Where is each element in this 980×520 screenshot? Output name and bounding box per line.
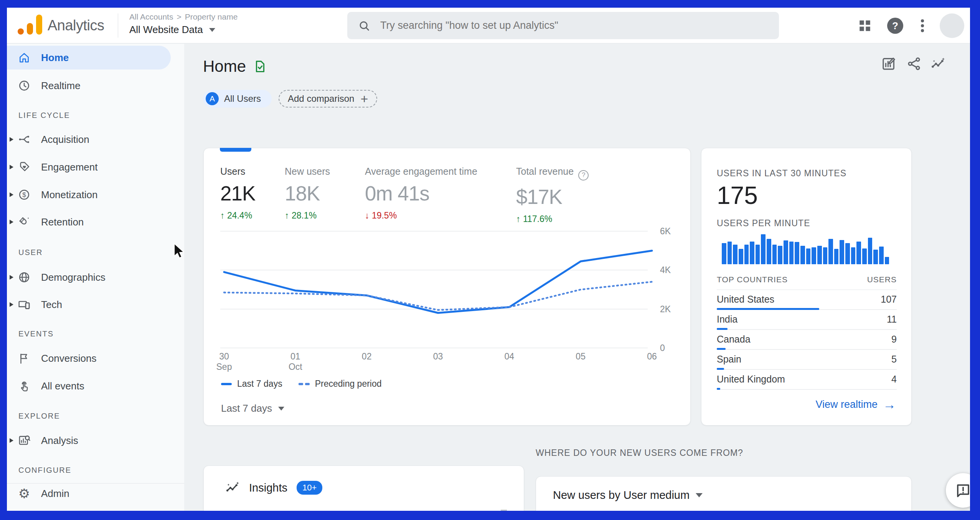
breadcrumb[interactable]: All Accounts > Property name <box>129 12 238 22</box>
scrollbar-thumb[interactable] <box>501 510 507 511</box>
top-app-bar: Analytics All Accounts > Property name A… <box>7 8 970 43</box>
metric-total-revenue[interactable]: Total revenue?$17K↑ 117.6% <box>516 166 589 224</box>
breadcrumb-account[interactable]: All Accounts <box>129 12 173 22</box>
minute-bar <box>879 247 884 264</box>
svg-text:Oct: Oct <box>289 362 302 372</box>
country-row-spain[interactable]: Spain5 <box>717 350 897 370</box>
add-comparison-button[interactable]: Add comparison + <box>279 90 377 108</box>
country-row-united-kingdom[interactable]: United Kingdom4 <box>717 370 897 390</box>
home-icon <box>18 51 31 64</box>
minute-bar <box>767 239 771 264</box>
sidebar-item-acquisition[interactable]: Acquisition <box>7 128 179 151</box>
country-row-united-states[interactable]: United States107 <box>717 290 897 310</box>
customize-report-icon[interactable] <box>881 56 896 71</box>
sidebar-section-events: EVENTS <box>18 330 54 338</box>
country-bar <box>717 388 720 390</box>
minute-bar <box>823 247 828 264</box>
search-input[interactable] <box>380 20 745 31</box>
svg-text:04: 04 <box>505 351 515 361</box>
metric-new-users[interactable]: New users18K↑ 28.1% <box>285 166 330 221</box>
sidebar-item-label: Tech <box>41 299 62 311</box>
minute-bar <box>885 257 889 264</box>
acquisition-icon <box>18 133 31 146</box>
metric-value: 0m 41s <box>365 182 477 205</box>
new-users-dimension-selector[interactable]: New users by User medium <box>553 489 703 502</box>
realtime-title: USERS IN LAST 30 MINUTES <box>717 168 846 179</box>
minute-bar <box>812 247 816 264</box>
svg-text:01: 01 <box>290 351 300 361</box>
country-row-india[interactable]: India11 <box>717 310 897 330</box>
breadcrumb-separator: > <box>177 12 181 22</box>
apps-grid-icon[interactable] <box>856 17 873 34</box>
expand-arrow-icon[interactable] <box>10 165 13 169</box>
country-users: 9 <box>891 334 897 345</box>
expand-arrow-icon[interactable] <box>10 302 13 307</box>
analytics-logo-icon[interactable] <box>18 14 43 37</box>
sidebar-item-engagement[interactable]: Engagement <box>7 155 179 179</box>
property-selector-label: All Website Data <box>129 24 203 36</box>
gear-icon: ⚙ <box>18 487 31 500</box>
mouse-cursor <box>173 243 186 260</box>
svg-text:30: 30 <box>219 351 229 361</box>
sidebar-item-home[interactable]: Home <box>7 46 171 70</box>
sidebar-item-monetization[interactable]: $Monetization <box>7 183 179 207</box>
feedback-chat-icon <box>955 482 970 498</box>
property-selector[interactable]: All Website Data <box>129 24 215 36</box>
legend-label: Last 7 days <box>237 379 282 389</box>
minute-bar <box>778 246 782 264</box>
minute-bar <box>851 247 856 264</box>
svg-text:Sep: Sep <box>216 362 232 372</box>
metric-delta: ↑ 28.1% <box>285 210 330 221</box>
expand-arrow-icon[interactable] <box>10 192 13 197</box>
share-icon[interactable] <box>906 56 922 71</box>
expand-arrow-icon[interactable] <box>10 275 13 280</box>
chevron-down-icon <box>278 407 284 411</box>
search-bar[interactable] <box>347 12 779 39</box>
minute-bar <box>795 242 799 264</box>
kebab-menu-icon[interactable] <box>914 17 931 34</box>
svg-text:6K: 6K <box>660 226 671 236</box>
expand-arrow-icon[interactable] <box>10 220 13 224</box>
expand-arrow-icon[interactable] <box>10 137 13 142</box>
sidebar-item-analysis[interactable]: Analysis <box>7 429 179 452</box>
all-users-chip[interactable]: A All Users <box>203 90 272 108</box>
minute-bar <box>828 239 833 264</box>
metric-delta: ↓ 19.5% <box>365 210 477 221</box>
tech-icon <box>18 298 31 311</box>
country-row-canada[interactable]: Canada9 <box>717 330 897 350</box>
view-realtime-link[interactable]: View realtime → <box>815 399 896 411</box>
realtime-card: USERS IN LAST 30 MINUTES 175 USERS PER M… <box>701 148 912 426</box>
insights-label: Insights <box>249 482 287 494</box>
metric-users[interactable]: Users21K↑ 24.4% <box>220 166 255 221</box>
feedback-button[interactable] <box>946 473 970 508</box>
solid-line-swatch <box>221 383 232 385</box>
avatar[interactable] <box>940 13 964 38</box>
sidebar-item-realtime[interactable]: Realtime <box>7 74 179 98</box>
sidebar-item-tech[interactable]: Tech <box>7 293 179 316</box>
users-per-minute-chart[interactable] <box>722 234 889 264</box>
sidebar-item-label: Admin <box>41 488 69 500</box>
help-icon[interactable]: ? <box>578 170 589 181</box>
date-range-selector[interactable]: Last 7 days <box>221 402 284 414</box>
minute-bar <box>739 249 743 264</box>
sidebar-item-admin[interactable]: ⚙Admin <box>7 482 179 505</box>
expand-arrow-icon[interactable] <box>10 438 13 443</box>
add-comparison-label: Add comparison <box>288 93 354 104</box>
insights-card[interactable]: Insights 10+ <box>203 465 524 511</box>
sidebar-item-retention[interactable]: Retention <box>7 210 179 234</box>
sidebar-item-all-events[interactable]: All events <box>7 374 179 398</box>
minute-bar <box>856 242 861 264</box>
sidebar-item-conversions[interactable]: Conversions <box>7 346 179 370</box>
metric-average-engagement-time[interactable]: Average engagement time0m 41s↓ 19.5% <box>365 166 477 221</box>
minute-bar <box>873 250 878 264</box>
metric-value: $17K <box>516 185 589 209</box>
metric-delta: ↑ 24.4% <box>220 210 255 221</box>
help-icon[interactable]: ? <box>887 18 903 34</box>
sidebar-item-demographics[interactable]: Demographics <box>7 265 179 289</box>
insights-sparkline-icon[interactable] <box>931 56 946 71</box>
retention-icon <box>18 215 31 229</box>
page-title-text: Home <box>203 57 246 76</box>
svg-text:06: 06 <box>647 351 657 361</box>
users-line-chart[interactable]: 02K4K6K30Sep01Oct0203040506 <box>220 224 685 370</box>
breadcrumb-property[interactable]: Property name <box>185 12 238 22</box>
